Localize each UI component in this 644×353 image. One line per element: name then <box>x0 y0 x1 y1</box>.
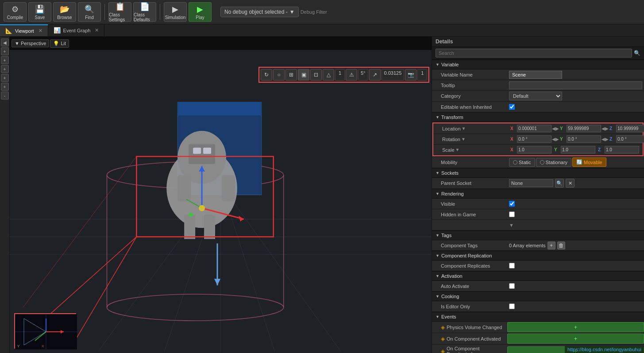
socket-clear-btn[interactable]: ✕ <box>566 179 575 188</box>
class-defaults-button[interactable]: 📄 Class Defaults <box>133 2 156 22</box>
rot-y-arrow[interactable]: ◀▶ <box>602 137 609 142</box>
section-replication-triangle: ▼ <box>436 253 440 258</box>
rotation-arrow[interactable]: ▼ <box>461 137 466 142</box>
left-strip-btn-4[interactable]: + <box>1 65 9 73</box>
tooltip-input[interactable] <box>509 81 642 89</box>
rendering-expand-btn[interactable]: ▼ <box>509 223 514 228</box>
scale-y-input[interactable] <box>561 146 595 153</box>
mobility-static-btn[interactable]: Static <box>509 158 535 167</box>
tab-viewport[interactable]: 📐 Viewport ✕ <box>0 24 48 36</box>
find-button[interactable]: 🔍 Find <box>78 2 101 22</box>
compile-button[interactable]: ⚙ Compile <box>4 2 27 22</box>
tab-event-graph[interactable]: 📊 Event Graph ✕ <box>48 24 105 36</box>
replicates-checkbox[interactable] <box>509 263 515 269</box>
location-z-input[interactable] <box>616 125 644 132</box>
tags-add-btn[interactable]: + <box>548 242 555 249</box>
main-area: ◀ + + + + + - ▼ Perspective 💡 Lit ↻ ○ ⊞ … <box>0 37 644 353</box>
section-transform[interactable]: ▼ Transform <box>432 112 644 122</box>
section-tags[interactable]: ▼ Tags <box>432 230 644 240</box>
left-strip-btn-6[interactable]: + <box>1 83 9 91</box>
vp-grid-btn[interactable]: ⊞ <box>285 69 297 81</box>
tags-del-btn[interactable]: 🗑 <box>557 242 565 249</box>
visible-checkbox[interactable] <box>509 201 515 207</box>
vp-num-1[interactable]: 1 <box>335 69 345 81</box>
section-activation[interactable]: ▼ Activation <box>432 271 644 281</box>
location-x-input[interactable] <box>517 125 551 132</box>
viewport-close[interactable]: ✕ <box>39 28 42 34</box>
rotation-z-input[interactable] <box>616 135 644 143</box>
prop-visible: Visible <box>432 199 644 209</box>
section-sockets[interactable]: ▼ Sockets <box>432 168 644 178</box>
svg-rect-19 <box>184 215 195 239</box>
mobility-stationary-btn[interactable]: Stationary <box>536 158 572 167</box>
event-physics-icon: ◈ <box>441 324 445 330</box>
section-events-triangle: ▼ <box>436 315 440 319</box>
section-rendering[interactable]: ▼ Rendering <box>432 189 644 199</box>
category-dropdown[interactable]: Default <box>509 92 562 100</box>
event-graph-close[interactable]: ✕ <box>95 27 99 33</box>
left-strip-btn-1[interactable]: ◀ <box>1 38 9 46</box>
section-component-replication[interactable]: ▼ Component Replication <box>432 251 644 261</box>
component-activated-add-btn[interactable]: + <box>507 334 644 344</box>
play-button[interactable]: ▶ Play <box>189 2 212 22</box>
vp-tri-btn[interactable]: △ <box>323 69 334 81</box>
scale-z-input[interactable] <box>605 146 639 153</box>
prop-hidden-in-game: Hidden in Game <box>432 209 644 220</box>
left-strip-btn-5[interactable]: + <box>1 74 9 82</box>
hidden-in-game-checkbox[interactable] <box>509 211 515 217</box>
auto-activate-checkbox[interactable] <box>509 283 515 289</box>
prop-mobility: Mobility Static Stationary 🔄 <box>432 157 644 168</box>
location-arrow[interactable]: ▼ <box>462 126 466 131</box>
event-activated-icon: ◈ <box>441 336 445 342</box>
right-panel: Details 🔍 ▼ Variable Variable Name Toolt… <box>432 37 644 353</box>
section-events[interactable]: ▼ Events <box>432 312 644 322</box>
lit-dropdown[interactable]: 💡 Lit <box>50 39 69 48</box>
section-cooking[interactable]: ▼ Cooking <box>432 292 644 301</box>
editor-only-checkbox[interactable] <box>509 303 515 309</box>
location-y-input[interactable] <box>567 125 601 132</box>
variable-name-input[interactable] <box>509 71 562 79</box>
vp-camera-btn[interactable]: 📷 <box>405 69 416 81</box>
vp-rotate-btn[interactable]: ↻ <box>261 69 272 81</box>
rotation-x-input[interactable] <box>517 135 551 143</box>
vp-num-last[interactable]: 1 <box>417 69 427 81</box>
class-settings-button[interactable]: 📋 Class Settings <box>108 2 131 22</box>
vp-grid2-btn[interactable]: ⊡ <box>310 69 322 81</box>
loc-y-arrow[interactable]: ◀▶ <box>602 126 609 131</box>
browse-button[interactable]: 📂 Browse <box>53 2 76 22</box>
socket-input[interactable] <box>509 179 553 187</box>
loc-x-arrow[interactable]: ◀▶ <box>552 126 559 131</box>
vp-arrow-btn[interactable]: ↗ <box>369 69 381 81</box>
vp-scale-val[interactable]: 0.03125 <box>382 69 405 81</box>
rot-x-arrow[interactable]: ◀▶ <box>552 137 559 142</box>
left-strip: ◀ + + + + + - <box>0 37 10 353</box>
section-transform-triangle: ▼ <box>436 115 440 119</box>
vp-circle-btn[interactable]: ○ <box>273 69 285 81</box>
rotation-y-input[interactable] <box>567 135 601 143</box>
save-button[interactable]: 💾 Save <box>28 2 51 22</box>
tab-bar: 📐 Viewport ✕ 📊 Event Graph ✕ <box>0 24 644 37</box>
scale-x-input[interactable] <box>517 146 551 153</box>
search-input[interactable] <box>436 49 632 58</box>
viewport-container[interactable]: ▼ Perspective 💡 Lit ↻ ○ ⊞ ▣ ⊡ △ 1 ⚠ 5° ↗… <box>10 37 432 353</box>
svg-point-29 <box>199 205 205 211</box>
editable-checkbox[interactable] <box>509 104 515 110</box>
scale-arrow[interactable]: ▼ <box>455 147 460 152</box>
vp-num-5deg[interactable]: 5° <box>358 69 368 81</box>
perspective-dropdown[interactable]: ▼ Perspective <box>12 39 49 47</box>
left-strip-btn-3[interactable]: + <box>1 56 9 64</box>
scene-svg <box>10 50 432 353</box>
socket-search-btn[interactable]: 🔍 <box>555 179 564 188</box>
left-strip-btn-2[interactable]: + <box>1 47 9 55</box>
physics-volume-add-btn[interactable]: + <box>507 322 644 332</box>
prop-auto-activate: Auto Activate <box>432 281 644 292</box>
debug-filter-dropdown[interactable]: No debug object selected - ▼ <box>220 7 299 17</box>
section-variable[interactable]: ▼ Variable <box>432 60 644 69</box>
simulation-button[interactable]: ▶ Simulation <box>164 2 187 22</box>
vp-box-btn[interactable]: ▣ <box>298 69 309 81</box>
vp-warning-btn[interactable]: ⚠ <box>346 69 357 81</box>
left-strip-btn-7[interactable]: - <box>1 92 9 100</box>
simulation-icon: ▶ <box>172 4 178 14</box>
mobility-movable-btn[interactable]: 🔄 Movable <box>572 157 606 167</box>
svg-rect-14 <box>177 102 262 115</box>
